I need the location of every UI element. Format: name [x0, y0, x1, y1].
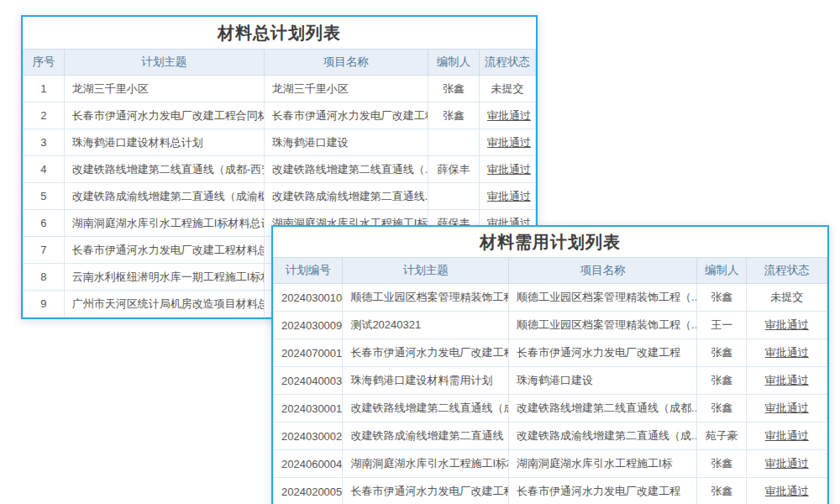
status-text[interactable]: 审批通过 [747, 423, 827, 450]
status-text[interactable]: 审批通过 [479, 129, 535, 156]
project-name-link[interactable]: 珠海鹤港口建设 [264, 129, 428, 156]
status-text[interactable]: 审批通过 [747, 395, 827, 423]
plan-subject-link[interactable]: 长春市伊通河水力发电厂改建工程材... [343, 478, 509, 504]
compiler-link[interactable]: 张鑫 [697, 478, 747, 504]
table-row: 1龙湖三千里小区龙湖三千里小区张鑫未提交 [24, 76, 536, 102]
status-text[interactable]: 审批通过 [747, 367, 827, 395]
plan-subject-link[interactable]: 湖南洞庭湖水库引水工程施工I标材... [343, 450, 509, 478]
column-header: 计划编号 [274, 258, 343, 284]
plan-subject-link[interactable]: 云南水利枢纽潜明水库一期工程施工I标材料... [64, 264, 264, 291]
status-text[interactable]: 审批通过 [747, 450, 827, 478]
status-text[interactable]: 审批通过 [747, 478, 827, 504]
material-requirement-plan-list-panel: 材料需用计划列表 计划编号计划主题项目名称编制人流程状态 2024030010顺… [271, 225, 829, 504]
plan-number-link[interactable]: 2024030002 [274, 423, 343, 450]
column-header: 编制人 [697, 258, 747, 284]
plan-subject-link[interactable]: 龙湖三千里小区 [64, 76, 264, 102]
table-row: 2024070001长春市伊通河水力发电厂改建工程合...长春市伊通河水力发电厂… [274, 339, 827, 367]
compiler-link[interactable]: 薛保丰 [428, 156, 479, 183]
column-header: 编制人 [428, 50, 479, 76]
compiler-link[interactable]: 张鑫 [697, 339, 747, 367]
plan-subject-link[interactable]: 长春市伊通河水力发电厂改建工程材料总计划 [64, 237, 264, 264]
plan-subject-link[interactable]: 广州市天河区统计局机房改造项目材料总计划 [64, 291, 264, 318]
compiler-link[interactable]: 张鑫 [697, 450, 747, 478]
table-header-row: 序号计划主题项目名称编制人流程状态 [24, 50, 536, 76]
project-name-link[interactable]: 顺德工业园区档案管理精装饰工程（... [509, 312, 697, 339]
table-row: 2024040003珠海鹤港口建设材料需用计划珠海鹤港口建设张鑫审批通过 [274, 367, 827, 395]
seq-cell: 2 [24, 102, 65, 129]
plan-number-link[interactable]: 2024060004 [274, 450, 343, 478]
seq-cell: 6 [24, 210, 65, 237]
plan-number-link[interactable]: 2024030009 [274, 312, 343, 339]
plan-number-link[interactable]: 2024020005 [274, 478, 343, 504]
compiler-link[interactable]: 张鑫 [428, 102, 479, 129]
seq-cell: 7 [24, 237, 65, 264]
project-name-link[interactable]: 长春市伊通河水力发电厂改建工程 [509, 478, 697, 504]
status-text[interactable]: 审批通过 [747, 312, 827, 339]
plan-subject-link[interactable]: 改建铁路线增建第二线直通线（成都-西安）... [64, 156, 264, 183]
seq-cell: 8 [24, 264, 65, 291]
seq-cell: 3 [24, 129, 65, 156]
material-requirement-plan-table: 计划编号计划主题项目名称编制人流程状态 2024030010顺德工业园区档案管理… [273, 257, 827, 504]
plan-subject-link[interactable]: 改建铁路成渝线增建第二直通线（成渝枢纽... [64, 183, 264, 210]
plan-subject-link[interactable]: 珠海鹤港口建设材料总计划 [64, 129, 264, 156]
table-row: 3珠海鹤港口建设材料总计划珠海鹤港口建设审批通过 [24, 129, 536, 156]
table-row: 2024030010顺德工业园区档案管理精装饰工程（...顺德工业园区档案管理精… [274, 284, 827, 312]
plan-subject-link[interactable]: 改建铁路线增建第二线直通线（成都... [343, 395, 509, 423]
project-name-link[interactable]: 湖南洞庭湖水库引水工程施工I标 [509, 450, 697, 478]
plan-subject-link[interactable]: 顺德工业园区档案管理精装饰工程（... [343, 284, 509, 312]
project-name-link[interactable]: 长春市伊通河水力发电厂改建工程 [264, 102, 428, 129]
column-header: 项目名称 [264, 50, 428, 76]
project-name-link[interactable]: 珠海鹤港口建设 [509, 367, 697, 395]
compiler-link[interactable]: 张鑫 [697, 284, 747, 312]
table-row: 2长春市伊通河水力发电厂改建工程合同材料...长春市伊通河水力发电厂改建工程张鑫… [24, 102, 536, 129]
material-total-plan-list-title: 材料总计划列表 [23, 17, 536, 49]
plan-number-link[interactable]: 2024070001 [274, 339, 343, 367]
seq-cell: 4 [24, 156, 65, 183]
table-row: 4改建铁路线增建第二线直通线（成都-西安）...改建铁路线增建第二线直通线（..… [24, 156, 536, 183]
project-name-link[interactable]: 改建铁路线增建第二线直通线（成都... [509, 395, 697, 423]
compiler-link[interactable]: 张鑫 [697, 367, 747, 395]
status-text[interactable]: 审批通过 [747, 339, 827, 367]
plan-subject-link[interactable]: 改建铁路成渝线增建第二直通线（成... [343, 423, 509, 450]
compiler-link [428, 183, 479, 210]
table-row: 2024030001改建铁路线增建第二线直通线（成都...改建铁路线增建第二线直… [274, 395, 827, 423]
project-name-link[interactable]: 改建铁路成渝线增建第二直通线... [264, 183, 428, 210]
project-name-link[interactable]: 龙湖三千里小区 [264, 76, 428, 102]
project-name-link[interactable]: 长春市伊通河水力发电厂改建工程 [509, 339, 697, 367]
column-header: 计划主题 [343, 258, 509, 284]
plan-subject-link[interactable]: 长春市伊通河水力发电厂改建工程合... [343, 339, 509, 367]
plan-number-link[interactable]: 2024030001 [274, 395, 343, 423]
column-header: 序号 [24, 50, 65, 76]
status-text[interactable]: 审批通过 [479, 102, 535, 129]
status-text[interactable]: 审批通过 [479, 183, 535, 210]
plan-subject-link[interactable]: 珠海鹤港口建设材料需用计划 [343, 367, 509, 395]
plan-number-link[interactable]: 2024040003 [274, 367, 343, 395]
column-header: 流程状态 [747, 258, 827, 284]
table-header-row: 计划编号计划主题项目名称编制人流程状态 [274, 258, 827, 284]
table-row: 5改建铁路成渝线增建第二直通线（成渝枢纽...改建铁路成渝线增建第二直通线...… [24, 183, 536, 210]
project-name-link[interactable]: 顺德工业园区档案管理精装饰工程（... [509, 284, 697, 312]
seq-cell: 1 [24, 76, 65, 102]
seq-cell: 9 [24, 291, 65, 318]
material-requirement-plan-list-title: 材料需用计划列表 [273, 227, 827, 257]
table-row: 2024060004湖南洞庭湖水库引水工程施工I标材...湖南洞庭湖水库引水工程… [274, 450, 827, 478]
status-text: 未提交 [747, 284, 827, 312]
project-name-link[interactable]: 改建铁路线增建第二线直通线（... [264, 156, 428, 183]
table-row: 2024030009测试20240321顺德工业园区档案管理精装饰工程（...王… [274, 312, 827, 339]
status-text[interactable]: 审批通过 [479, 156, 535, 183]
column-header: 项目名称 [509, 258, 697, 284]
compiler-link[interactable]: 张鑫 [428, 76, 479, 102]
compiler-link[interactable]: 苑子豪 [697, 423, 747, 450]
compiler-link[interactable]: 王一 [697, 312, 747, 339]
table-header-row: 计划编号计划主题项目名称编制人流程状态 [274, 258, 827, 284]
seq-cell: 5 [24, 183, 65, 210]
plan-subject-link[interactable]: 湖南洞庭湖水库引水工程施工I标材料总计划 [64, 210, 264, 237]
project-name-link[interactable]: 改建铁路成渝线增建第二直通线（成... [509, 423, 697, 450]
table-row: 2024020005长春市伊通河水力发电厂改建工程材...长春市伊通河水力发电厂… [274, 478, 827, 504]
compiler-link[interactable]: 张鑫 [697, 395, 747, 423]
plan-number-link[interactable]: 2024030010 [274, 284, 343, 312]
status-text: 未提交 [479, 76, 535, 102]
column-header: 流程状态 [479, 50, 535, 76]
plan-subject-link[interactable]: 测试20240321 [343, 312, 509, 339]
plan-subject-link[interactable]: 长春市伊通河水力发电厂改建工程合同材料... [64, 102, 264, 129]
